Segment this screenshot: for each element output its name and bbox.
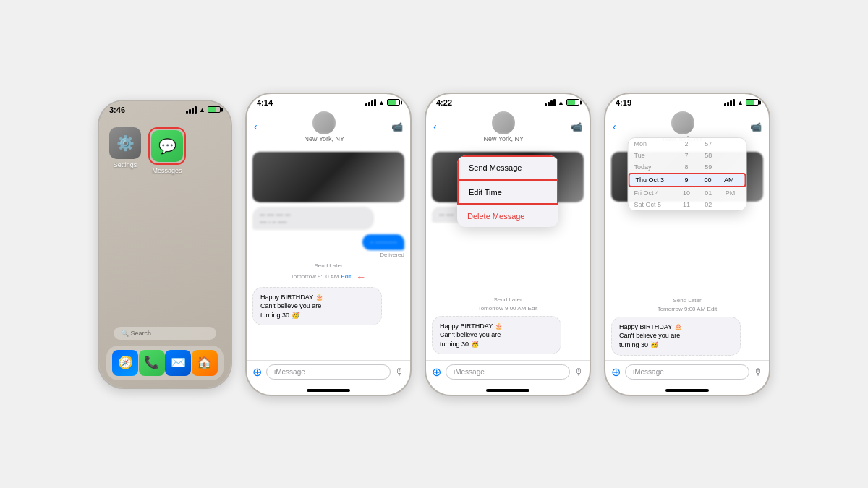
add-button-3[interactable]: ⊕ [432,365,441,379]
messages-app[interactable]: 💬 Messages [148,127,186,174]
contact-name-2: New York, NY [305,135,345,142]
edit-link-2[interactable]: Edit [341,273,351,280]
status-icons-4: ▲ [724,99,759,106]
send-later-edit-4: Tomorrow 9:00 AM Edit [611,306,763,312]
status-bar-4: 4:19 ▲ [605,94,769,108]
picker-d-1: 7 [676,152,697,159]
picker-h-5: 02 [698,201,718,208]
wifi-3: ▲ [558,99,564,106]
birthday-text-2: Happy BIRTHDAY 🎂Can't believe you aretur… [260,294,323,319]
signal-icon [186,106,197,114]
photo-placeholder-2 [252,152,404,202]
input-bar-3: ⊕ iMessage 🎙 [426,360,590,387]
time-home: 3:46 [109,106,125,114]
battery-4 [746,99,759,106]
picker-row-tue[interactable]: Tue 7 58 [629,150,746,161]
phone-dock-icon[interactable]: 📞 [139,350,165,376]
send-message-label: Send Message [469,163,522,172]
iphone-screen4: 4:19 ▲ ‹ New York, NY 📹 [604,93,770,396]
send-message-menu-item[interactable]: Send Message [457,155,558,180]
time-2: 4:14 [257,98,273,107]
avatar-2 [312,111,336,134]
mic-button-4[interactable]: 🎙 [754,367,763,377]
mic-button-3[interactable]: 🎙 [574,367,584,377]
iphone-screen2: 4:14 ▲ ‹ New York, NY 📹 [245,93,412,396]
edit-time-label: Edit Time [469,188,502,197]
signal-2 [365,99,376,106]
avatar-3 [492,111,515,134]
picker-h-2: 59 [698,163,718,171]
mic-button-2[interactable]: 🎙 [395,367,404,377]
back-button-3[interactable]: ‹ [433,121,437,132]
messages-body-3: ··· ···· Send Message Edit Time Delete M… [426,147,590,360]
picker-h-4: 01 [698,189,718,197]
delete-message-label: Delete Message [467,212,525,221]
safari-dock-icon[interactable]: 🧭 [112,350,138,376]
tomorrow-label-2: Tomorrow 9:00 AM [291,273,339,280]
messages-body-2: ··· ···· ···· ······· · ·· ····· ·· ····… [247,147,410,360]
settings-app[interactable]: ⚙️ Settings [109,127,141,174]
imessage-input-3[interactable]: iMessage [446,364,570,380]
picker-day-2: Today [634,163,675,171]
delete-message-menu-item[interactable]: Delete Message [457,205,558,227]
send-later-section-2: Send Later Tomorrow 9:00 AM Edit ← [252,262,404,283]
birthday-bubble-4: Happy BIRTHDAY 🎂Can't believe you aretur… [611,317,741,356]
back-button-2[interactable]: ‹ [254,121,258,132]
home-app-dock-icon[interactable]: 🏠 [192,350,218,376]
home-indicator-4 [665,389,709,392]
picker-d-2: 8 [676,163,697,171]
status-icons-3: ▲ [545,99,579,106]
picker-row-today[interactable]: Today 8 59 [629,161,746,173]
add-button-2[interactable]: ⊕ [252,365,262,379]
input-bar-4: ⊕ iMessage 🎙 [605,360,769,387]
contact-header-3: New York, NY [484,111,524,142]
nav-bar-3: ‹ New York, NY 📹 [426,108,590,147]
send-later-title-4: Send Later [611,297,763,304]
picker-row-fri[interactable]: Fri Oct 4 10 01 PM [629,187,746,199]
home-dock: 🧭 📞 ✉️ 🏠 [106,346,224,380]
imessage-input-2[interactable]: iMessage [266,364,391,380]
picker-d-4: 10 [676,189,697,197]
messages-highlight-border: 💬 [148,127,186,165]
input-bar-2: ⊕ iMessage 🎙 [247,360,410,387]
sent-bubble-2: ·· ············ [362,234,404,250]
picker-rows: Mon 2 57 Tue 7 58 Today [629,147,746,210]
video-button-2[interactable]: 📹 [391,121,403,132]
picker-h-1: 58 [698,152,718,159]
picker-p-4: PM [720,189,740,197]
time-4: 4:19 [616,98,631,107]
send-later-section-4: Send Later Tomorrow 9:00 AM Edit [611,297,763,312]
birthday-text-3: Happy BIRTHDAY 🎂Can't believe you aretur… [440,322,503,348]
edit-time-menu-item[interactable]: Edit Time [457,180,558,205]
status-bar-3: 4:22 ▲ [426,94,590,108]
picker-row-sat[interactable]: Sat Oct 5 11 02 [629,199,746,210]
messages-label: Messages [152,167,182,174]
picker-d-3: 9 [676,176,696,184]
wifi-4: ▲ [737,99,744,106]
settings-label: Settings [114,161,137,168]
back-button-4[interactable]: ‹ [613,121,616,132]
status-bar-home: 3:46 ▲ [99,101,231,116]
date-picker[interactable]: Mon 2 57 Tue 7 58 Today [628,147,747,211]
search-placeholder: 🔍 Search [121,330,151,337]
picker-day-4: Fri Oct 4 [634,189,675,197]
search-bar[interactable]: 🔍 Search [114,327,216,340]
imessage-input-4[interactable]: iMessage [625,364,749,380]
birthday-text-4: Happy BIRTHDAY 🎂Can't believe you aretur… [619,323,682,348]
send-later-section-3: Send Later Tomorrow 9:00 AM Edit [432,296,584,312]
imessage-placeholder-3: iMessage [454,368,485,376]
picker-row-selected[interactable]: Thu Oct 3 9 00 AM [629,173,746,187]
add-button-4[interactable]: ⊕ [611,365,621,379]
received-bubble-2: ··· ···· ···· ······· · ·· ····· [252,207,374,230]
video-button-3[interactable]: 📹 [571,121,582,132]
settings-icon[interactable]: ⚙️ [109,127,141,159]
birthday-bubble-3: Happy BIRTHDAY 🎂Can't believe you aretur… [432,316,561,355]
picker-day-1: Tue [634,152,675,159]
mail-dock-icon[interactable]: ✉️ [165,350,191,376]
birthday-bubble-2: Happy BIRTHDAY 🎂Can't believe you aretur… [252,287,382,326]
imessage-placeholder-2: iMessage [274,368,305,376]
imessage-placeholder-4: iMessage [633,368,664,376]
battery-2 [387,99,400,106]
video-button-4[interactable]: 📹 [750,121,762,132]
messages-icon[interactable]: 💬 [151,130,183,162]
